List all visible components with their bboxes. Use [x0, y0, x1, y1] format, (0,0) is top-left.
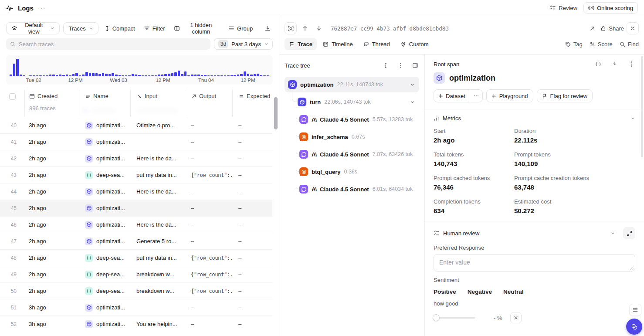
group-button[interactable]: Group: [226, 22, 255, 34]
expand-rows-icon[interactable]: [627, 60, 635, 68]
node-name: infer_schema: [312, 134, 348, 140]
online-scoring-button[interactable]: Online scoring: [583, 2, 638, 14]
tree-node-optimization[interactable]: optimization22.11s, 140743 tok: [285, 77, 419, 92]
cell-created: 2h ago: [24, 221, 79, 228]
tree-node-btql-query[interactable]: btql_query0.36s: [285, 164, 419, 180]
review-list-button[interactable]: [629, 304, 641, 316]
cell-expected: –: [232, 288, 272, 294]
select-all-checkbox[interactable]: [9, 93, 16, 100]
histogram-bar: [75, 73, 78, 76]
tree-node-claude-4-5-sonnet[interactable]: A\Claude 4.5 Sonnet5.57s, 13283 tok: [285, 112, 419, 127]
score-button[interactable]: Score: [590, 41, 613, 48]
export-download-button[interactable]: [262, 23, 273, 34]
column-header-created[interactable]: Created 896 traces: [24, 90, 79, 117]
cell-created: 2h ago: [24, 238, 79, 244]
resize-grip-icon[interactable]: [630, 266, 634, 270]
hidden-columns-button[interactable]: 1 hidden column: [171, 22, 222, 34]
close-panel-button[interactable]: [627, 22, 639, 34]
traces-selector[interactable]: Traces: [63, 22, 98, 34]
tab-timeline[interactable]: Timeline: [319, 38, 357, 50]
row-number: 41: [0, 139, 24, 145]
compact-toggle[interactable]: Compact: [102, 22, 138, 34]
detail-scrollbar[interactable]: [641, 56, 643, 157]
tree-node-turn[interactable]: turn22.06s, 140743 tok: [285, 94, 419, 110]
column-header-name[interactable]: Name: [79, 90, 130, 117]
cell-name: optimizati...: [79, 238, 130, 245]
table-row[interactable]: 472h agooptimizati...Generate 5 ro...––: [0, 233, 272, 249]
sentiment-option-negative[interactable]: Negative: [468, 288, 492, 295]
find-button[interactable]: Find: [620, 41, 639, 48]
next-trace-button[interactable]: [313, 23, 325, 34]
tab-thread[interactable]: Thread: [359, 38, 394, 50]
add-to-dataset-button[interactable]: Dataset: [434, 90, 470, 102]
download-icon[interactable]: [611, 60, 619, 68]
checklist-icon: [434, 230, 440, 236]
table-row[interactable]: 403h agooptimizati...Otimize o pro...––: [0, 117, 272, 133]
json-view-icon[interactable]: [594, 60, 602, 68]
expand-all-icon[interactable]: [382, 61, 390, 69]
table-row[interactable]: 513h agooptimizati...––: [0, 299, 272, 316]
add-to-playground-button[interactable]: Playground: [486, 89, 533, 102]
panel-layout-icon[interactable]: [411, 61, 419, 69]
tree-menu-icon[interactable]: [397, 61, 404, 69]
span-title: optimization: [449, 74, 495, 83]
cell-created: 2h ago: [24, 139, 79, 145]
table-row[interactable]: 452h agooptimizati...––: [0, 200, 272, 216]
share-button[interactable]: Share: [600, 25, 624, 32]
table-body: 403h agooptimizati...Otimize o pro...––4…: [0, 117, 279, 332]
search-input[interactable]: Search traces: [6, 38, 210, 50]
tree-node-claude-4-5-sonnet[interactable]: A\Claude 4.5 Sonnet6.01s, 64034 tok: [285, 181, 419, 197]
axis-tick-label: Wed 03: [110, 78, 127, 83]
metrics-section-header[interactable]: Metrics: [434, 115, 635, 122]
cell-expected: –: [232, 271, 272, 278]
table-row[interactable]: 482h ago()deep-sea...put my data in...{"…: [0, 249, 272, 266]
table-row[interactable]: 502h ago()deep-sea...breakdown w...{"row…: [0, 282, 272, 299]
tab-trace[interactable]: Trace: [285, 38, 317, 50]
review-button[interactable]: Review: [550, 5, 577, 11]
cell-name: ()deep-sea...: [79, 271, 130, 278]
flag-for-review-button[interactable]: Flag for review: [537, 89, 593, 102]
view-selector[interactable]: Default view: [6, 22, 60, 34]
tree-node-infer-schema[interactable]: infer_schema0.67s: [285, 129, 419, 145]
preferred-response-input[interactable]: [434, 254, 635, 272]
cell-name: ()deep-sea...: [79, 287, 130, 295]
node-meta: 5.57s, 13283 tok: [373, 116, 413, 122]
table-row[interactable]: 412h agooptimizati...––: [0, 133, 272, 150]
trace-id: 762887e7-cc99-4b73-afbf-d8bde81ebd83: [331, 25, 449, 32]
clear-score-button[interactable]: [510, 312, 522, 323]
chevron-down-icon[interactable]: [410, 82, 415, 87]
sentiment-option-positive[interactable]: Positive: [434, 288, 456, 295]
trace-volume-histogram[interactable]: Tue 0212 PMWed 0312 PMThu 0412 PM: [6, 55, 273, 85]
table-row[interactable]: 442h agooptimizati...Here is the da...––: [0, 183, 272, 200]
expand-review-button[interactable]: [623, 227, 635, 239]
dataset-more-button[interactable]: [470, 90, 482, 102]
assistant-button[interactable]: [626, 319, 642, 335]
table-row[interactable]: 523h agooptimizati...You are helpin...––: [0, 316, 272, 332]
human-review-section-header[interactable]: Human review: [434, 227, 635, 239]
open-in-new-icon[interactable]: [586, 23, 598, 34]
focus-trace-button[interactable]: [285, 22, 297, 34]
column-header-output[interactable]: Output: [185, 90, 232, 117]
span-type-icon: [85, 238, 93, 245]
table-row[interactable]: 462h agooptimizati...Here is the da...––: [0, 216, 272, 233]
filter-button[interactable]: Filter: [141, 22, 168, 34]
tree-node-claude-4-5-sonnet[interactable]: A\Claude 4.5 Sonnet7.87s, 63426 tok: [285, 146, 419, 162]
table-row[interactable]: 422h agooptimizati...Here is the da...––: [0, 150, 272, 166]
arrow-in-icon: [137, 94, 142, 99]
sentiment-option-neutral[interactable]: Neutral: [503, 288, 524, 295]
how-good-slider[interactable]: [434, 317, 475, 319]
table-row[interactable]: 432h ago()deep-sea...put my data in...{"…: [0, 166, 272, 183]
slider-knob[interactable]: [433, 314, 440, 321]
chevron-down-icon[interactable]: [410, 100, 415, 105]
page-menu-button[interactable]: ···: [38, 4, 46, 12]
row-number: 40: [0, 122, 24, 129]
column-header-input[interactable]: Input: [130, 90, 185, 117]
tab-custom[interactable]: Custom: [396, 38, 433, 50]
date-range-selector[interactable]: 3d Past 3 days: [214, 38, 273, 50]
histogram-bar: [184, 71, 187, 76]
prev-trace-button[interactable]: [299, 23, 311, 34]
cell-output: –: [185, 221, 232, 228]
table-row[interactable]: 492h ago()deep-sea...breakdown w...{"row…: [0, 266, 272, 282]
column-header-expected[interactable]: Expected: [232, 90, 272, 117]
tag-button[interactable]: Tag: [565, 41, 583, 48]
